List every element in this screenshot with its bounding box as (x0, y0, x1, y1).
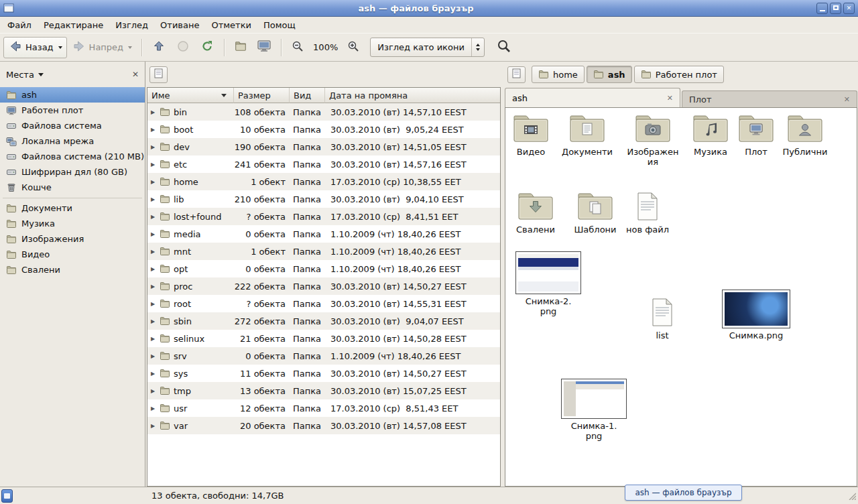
view-mode-select[interactable]: Изглед като икони (370, 38, 485, 57)
tab[interactable]: ash✕ (505, 88, 680, 107)
expander-icon[interactable]: ▶ (149, 179, 156, 185)
icon-view[interactable]: ВидеоДокументиИзображен ияМузикаПлотПубл… (505, 107, 857, 487)
file-row[interactable]: ▶media0 обектаПапка1.10.2009 (чт) 18,40,… (147, 225, 500, 243)
icon-view-item[interactable]: Плот (731, 115, 782, 157)
file-row[interactable]: ▶var20 обектаПапка30.03.2010 (вт) 14,57,… (147, 417, 500, 434)
expander-icon[interactable]: ▶ (149, 231, 156, 237)
icon-view-item[interactable]: list (637, 298, 688, 340)
expander-icon[interactable]: ▶ (149, 127, 156, 133)
reload-button[interactable] (195, 37, 219, 58)
file-row[interactable]: ▶usr12 обектаПапка17.03.2010 (ср) 8,51,4… (147, 399, 500, 417)
sidebar-item[interactable]: Файлова система (210 MB) (0, 149, 145, 164)
sidebar-item[interactable]: Работен плот (0, 103, 145, 118)
sidebar-item[interactable]: Локална мрежа (0, 133, 145, 149)
expander-icon[interactable]: ▶ (149, 301, 156, 307)
taskbar-app-icon[interactable] (1, 489, 13, 503)
expander-icon[interactable]: ▶ (149, 336, 156, 342)
back-button[interactable]: Назад (3, 37, 67, 58)
file-row[interactable]: ▶srv0 обектаПапка1.10.2009 (чт) 18,40,26… (147, 347, 500, 365)
icon-view-item[interactable]: Видео (505, 115, 556, 157)
sidebar-item[interactable]: Кошче (0, 180, 145, 195)
location-toggle-button[interactable] (149, 66, 168, 83)
stop-button[interactable] (171, 37, 195, 58)
breadcrumb-button[interactable]: Работен плот (634, 66, 724, 83)
icon-view-item[interactable]: Свалени (510, 192, 561, 235)
icon-view-item[interactable]: нов файл (622, 192, 673, 235)
zoom-out-button[interactable] (286, 37, 309, 58)
sidebar-title[interactable]: Места (6, 70, 34, 80)
expander-icon[interactable]: ▶ (149, 423, 156, 429)
file-row[interactable]: ▶sbin272 обектаПапка30.03.2010 (вт) 9,04… (147, 312, 500, 330)
sidebar-close-icon[interactable]: ✕ (132, 70, 139, 79)
sidebar-item[interactable]: Видео (0, 247, 145, 262)
expander-icon[interactable]: ▶ (149, 318, 156, 324)
expander-icon[interactable]: ▶ (149, 162, 156, 168)
back-history-arrow-icon[interactable] (58, 46, 62, 49)
file-row[interactable]: ▶home1 обектПапка17.03.2010 (ср) 10,38,5… (147, 173, 500, 190)
forward-button[interactable]: Напред (67, 37, 137, 58)
icon-view-item[interactable]: Шаблони (570, 192, 621, 235)
tab[interactable]: Плот✕ (682, 90, 857, 107)
column-header[interactable]: Вид (290, 88, 325, 103)
expander-icon[interactable]: ▶ (149, 109, 156, 115)
file-row[interactable]: ▶lost+found? обектаПапка17.03.2010 (ср) … (147, 208, 500, 225)
breadcrumb-button[interactable]: home (532, 66, 585, 83)
sidebar-item[interactable]: Файлова система (0, 118, 145, 133)
tab-close-icon[interactable]: ✕ (667, 94, 673, 103)
icon-view-item[interactable]: Снимка-1. png (559, 379, 629, 441)
expander-icon[interactable]: ▶ (149, 371, 156, 377)
location-toggle-button[interactable] (507, 66, 526, 83)
breadcrumb-button[interactable]: ash (587, 66, 632, 83)
column-header[interactable]: Име (147, 88, 234, 103)
expander-icon[interactable]: ▶ (149, 249, 156, 255)
column-header[interactable]: Дата на промяна (325, 88, 500, 103)
icon-view-item[interactable]: Публични (780, 115, 831, 157)
icon-view-item[interactable]: Музика (685, 115, 736, 157)
sidebar-item[interactable]: Изображения (0, 231, 145, 247)
file-row[interactable]: ▶mnt1 обектПапка1.10.2009 (чт) 18,40,26 … (147, 243, 500, 260)
expander-icon[interactable]: ▶ (149, 405, 156, 412)
column-header[interactable]: Размер (234, 88, 290, 103)
file-row[interactable]: ▶sys11 обектаПапка30.03.2010 (вт) 14,50,… (147, 365, 500, 382)
zoom-in-button[interactable] (342, 37, 365, 58)
file-row[interactable]: ▶proc222 обектаПапка30.03.2010 (вт) 14,5… (147, 277, 500, 295)
computer-button[interactable] (252, 37, 276, 58)
sidebar-item[interactable]: Свалени (0, 262, 145, 277)
expander-icon[interactable]: ▶ (149, 388, 156, 394)
menu-item[interactable]: Редактиране (38, 19, 109, 32)
maximize-button[interactable] (830, 3, 841, 14)
file-row[interactable]: ▶dev190 обектаПапка30.03.2010 (вт) 14,51… (147, 138, 500, 155)
file-row[interactable]: ▶bin108 обектаПапка30.03.2010 (вт) 14,57… (147, 103, 500, 121)
file-row[interactable]: ▶opt0 обектаПапка1.10.2009 (чт) 18,40,26… (147, 260, 500, 277)
tab-close-icon[interactable]: ✕ (844, 95, 850, 104)
menu-item[interactable]: Помощ (257, 19, 302, 32)
file-row[interactable]: ▶lib210 обектаПапка30.03.2010 (вт) 9,04,… (147, 190, 500, 208)
expander-icon[interactable]: ▶ (149, 144, 156, 150)
expander-icon[interactable]: ▶ (149, 214, 156, 220)
expander-icon[interactable]: ▶ (149, 266, 156, 272)
titlebar[interactable]: ash — файлов браузър ✕ (0, 0, 858, 17)
home-button[interactable] (229, 37, 252, 58)
menu-item[interactable]: Изглед (109, 19, 154, 32)
file-row[interactable]: ▶etc241 обектаПапка30.03.2010 (вт) 14,57… (147, 155, 500, 173)
taskbar-window-button[interactable]: ash — файлов браузър (625, 485, 742, 501)
minimize-button[interactable] (816, 3, 828, 14)
close-button[interactable]: ✕ (843, 3, 855, 14)
icon-view-item[interactable]: Документи (562, 115, 613, 157)
menu-item[interactable]: Файл (1, 19, 38, 32)
expander-icon[interactable]: ▶ (149, 196, 156, 202)
file-row[interactable]: ▶selinux21 обектаПапка30.03.2010 (вт) 14… (147, 330, 500, 347)
menu-item[interactable]: Отметки (205, 19, 257, 32)
resize-grip-icon[interactable] (847, 491, 856, 502)
up-button[interactable] (147, 37, 171, 58)
sidebar-item[interactable]: Шифриран дял (80 GB) (0, 164, 145, 180)
file-row[interactable]: ▶tmp13 обектаПапка30.03.2010 (вт) 15,07,… (147, 382, 500, 399)
expander-icon[interactable]: ▶ (149, 284, 156, 290)
combo-spinner-icon[interactable] (471, 38, 484, 56)
chevron-down-icon[interactable] (38, 73, 44, 76)
file-row[interactable]: ▶root? обектаПапка30.03.2010 (вт) 14,55,… (147, 295, 500, 312)
sidebar-item[interactable]: Документи (0, 200, 145, 216)
icon-view-item[interactable]: Снимка.png (720, 290, 792, 340)
search-button[interactable] (491, 37, 517, 58)
sidebar-item[interactable]: Музика (0, 216, 145, 231)
